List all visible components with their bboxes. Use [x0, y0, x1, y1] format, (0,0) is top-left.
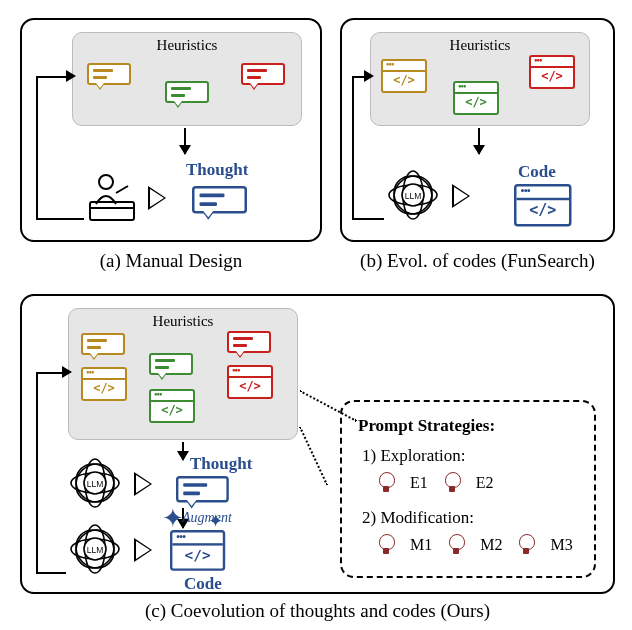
arrow-down-icon — [182, 442, 184, 460]
modification-item: M3 — [550, 536, 572, 554]
modification-row: 2) Modification: M1 M2 M3 — [362, 508, 578, 556]
svg-rect-1 — [90, 202, 134, 220]
arrow-right-icon — [134, 538, 152, 562]
lightbulb-icon — [376, 472, 396, 494]
thought-label: Thought — [186, 160, 248, 180]
code-window-red: •••</> — [529, 55, 575, 89]
prompt-strategies-box: Prompt Strategies: 1) Exploration: E1 E2… — [340, 400, 596, 578]
heuristics-label: Heuristics — [157, 37, 218, 53]
panel-coevolution: Heuristics •••</> •••</> •••</> LLM Thou… — [20, 294, 615, 594]
arrow-down-icon — [184, 128, 186, 154]
llm-icon: LLM — [68, 458, 122, 508]
augment-label: Augment — [182, 510, 232, 526]
code-window-green: •••</> — [453, 81, 499, 115]
arrow-right-icon — [134, 472, 152, 496]
code-output-icon: •••</> — [514, 184, 572, 227]
thought-label: Thought — [190, 454, 252, 474]
thought-bubble-green — [165, 81, 209, 105]
code-window-gold: •••</> — [381, 59, 427, 93]
code-label: Code — [518, 162, 556, 182]
modification-item: M1 — [410, 536, 432, 554]
lightbulb-icon — [442, 472, 462, 494]
feedback-line — [36, 372, 66, 572]
heuristics-label: Heuristics — [153, 313, 214, 329]
llm-icon: LLM — [386, 170, 440, 220]
thought-output-icon — [176, 476, 229, 505]
code-label: Code — [184, 574, 222, 594]
arrow-right-icon — [148, 186, 166, 210]
llm-text: LLM — [405, 191, 422, 201]
thought-bubble-gold — [81, 333, 125, 357]
feedback-line — [36, 572, 66, 574]
svg-text:LLM: LLM — [87, 479, 104, 489]
feedback-arrowhead-icon — [364, 70, 374, 82]
exploration-item: E1 — [410, 474, 428, 492]
exploration-item: E2 — [476, 474, 494, 492]
caption-a: (a) Manual Design — [20, 250, 322, 272]
heuristics-box: Heuristics •••</> •••</> •••</> — [68, 308, 298, 440]
caption-c: (c) Coevolution of thoughts and codes (O… — [20, 600, 615, 622]
code-window-gold: •••</> — [81, 367, 127, 401]
feedback-arrowhead-icon — [66, 70, 76, 82]
caption-b: (b) Evol. of codes (FunSearch) — [340, 250, 615, 272]
code-output-icon: •••</> — [170, 530, 225, 571]
dotted-connector — [299, 427, 328, 486]
arrow-down-icon — [478, 128, 480, 154]
heuristics-box: Heuristics •••</> •••</> •••</> — [370, 32, 590, 126]
exploration-row: 1) Exploration: E1 E2 — [362, 446, 578, 494]
heuristics-box: Heuristics — [72, 32, 302, 126]
modification-label: 2) Modification: — [362, 508, 474, 527]
llm-icon: LLM — [68, 524, 122, 574]
thought-bubble-red — [227, 331, 271, 355]
feedback-line — [36, 76, 70, 78]
lightbulb-icon — [446, 534, 466, 556]
thought-output-icon — [192, 186, 247, 216]
svg-text:LLM: LLM — [87, 545, 104, 555]
svg-line-3 — [116, 186, 128, 193]
prompt-title: Prompt Strategies: — [358, 416, 578, 436]
code-window-green: •••</> — [149, 389, 195, 423]
thought-bubble-red — [241, 63, 285, 87]
svg-point-0 — [99, 175, 113, 189]
arrow-right-icon — [452, 184, 470, 208]
modification-item: M2 — [480, 536, 502, 554]
feedback-line — [36, 76, 70, 218]
heuristics-label: Heuristics — [450, 37, 511, 53]
panel-evol-codes: Heuristics •••</> •••</> •••</> LLM Code… — [340, 18, 615, 242]
feedback-line — [352, 76, 368, 218]
lightbulb-icon — [376, 534, 396, 556]
feedback-arrowhead-icon — [62, 366, 72, 378]
sparkle-icon: ✦ — [162, 506, 184, 532]
code-window-red: •••</> — [227, 365, 273, 399]
feedback-line — [36, 218, 84, 220]
thought-bubble-gold — [87, 63, 131, 87]
exploration-label: 1) Exploration: — [362, 446, 465, 465]
feedback-line — [352, 218, 384, 220]
thought-bubble-green — [149, 353, 193, 377]
lightbulb-icon — [516, 534, 536, 556]
panel-manual-design: Heuristics Thought — [20, 18, 322, 242]
human-designer-icon — [86, 172, 138, 224]
